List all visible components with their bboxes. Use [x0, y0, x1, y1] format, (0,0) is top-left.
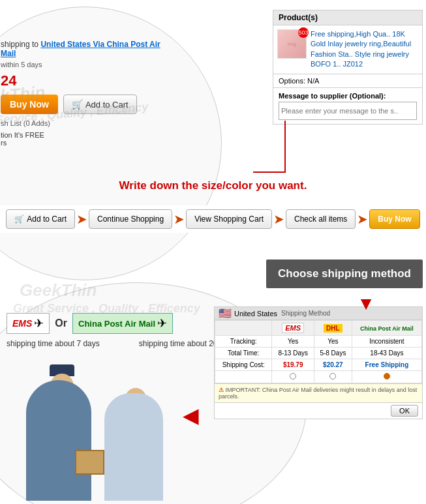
message-label: Message to supplier (Optional):	[279, 92, 417, 100]
radio-empty-cell	[215, 371, 272, 383]
connector-vertical	[284, 121, 286, 173]
shipping-grid: EMS DHL China Post Air Mail Tracking: Ye…	[215, 320, 422, 383]
row-radio	[215, 371, 422, 383]
options-value: N/A	[307, 77, 319, 85]
important-note: ⚠ IMPORTANT: China Post Air Mail deliver…	[215, 383, 422, 402]
step-add-to-cart[interactable]: 🛒 Add to Cart	[6, 209, 75, 229]
product-options: Options: N/A	[273, 74, 422, 88]
arrow-3: ➤	[273, 211, 284, 227]
ems-option-row: EMS ✈ Or China Post Air Mail ✈	[7, 313, 236, 334]
radio-cp-cell[interactable]	[352, 371, 421, 383]
china-post-plane-icon: ✈	[157, 316, 167, 331]
write-down-text: Write down the size/color you want.	[119, 179, 307, 192]
arrow-4: ➤	[357, 211, 368, 227]
china-post-text-table: China Post Air Mail	[360, 325, 414, 332]
ems-logo-table: EMS	[282, 323, 304, 333]
info-icon: ⚠	[219, 387, 224, 393]
product-card-header: Product(s)	[273, 10, 422, 25]
protection-line: tion It's FREE	[1, 131, 170, 139]
step-view-cart[interactable]: View Shopping Cart	[186, 209, 272, 229]
figure-body-right	[104, 393, 163, 501]
radio-dhl-cell[interactable]	[314, 371, 352, 383]
choose-shipping-box: Choose shipping method	[266, 259, 423, 288]
row-time: Total Time: 8-13 Days 5-8 Days 18-43 Day…	[215, 348, 422, 359]
action-buttons: Buy Now 🛒 Add to Cart	[1, 95, 170, 114]
message-input[interactable]	[279, 102, 417, 120]
col-empty	[215, 321, 272, 336]
product-thumbnail: 503 img	[277, 29, 307, 59]
delivery-person-area	[26, 377, 176, 501]
shipping-to-line: shipping to United States Via China Post…	[1, 40, 170, 58]
ems-time-text: shipping time about 7 days	[7, 339, 100, 348]
options-label: Options:	[279, 77, 305, 85]
ok-button[interactable]: OK	[391, 405, 418, 417]
col-china-post: China Post Air Mail	[352, 321, 421, 336]
connector-horizontal	[253, 171, 286, 173]
product-circle-content: shipping to United States Via China Post…	[1, 40, 170, 147]
figure-right-container	[104, 393, 166, 501]
radio-cp[interactable]	[384, 373, 390, 379]
col-dhl: DHL	[314, 321, 352, 336]
package-box	[75, 450, 104, 475]
radio-dhl[interactable]	[329, 373, 336, 379]
col-ems: EMS	[272, 321, 314, 336]
protection-sub: rs	[1, 139, 170, 147]
step-check-items[interactable]: Check all items	[286, 209, 356, 229]
cost-label-cell: Shipping Cost:	[215, 359, 272, 371]
ems-text-table: EMS	[285, 324, 301, 332]
ems-text: EMS	[12, 318, 32, 329]
arrow-1: ➤	[76, 211, 87, 227]
china-post-logo: China Post Air Mail ✈	[72, 313, 173, 334]
product-description: Free shipping,High Qua.. 18K Gold Inlay …	[311, 29, 418, 70]
cart-icon-sm: 🛒	[72, 99, 83, 110]
row-tracking: Tracking: Yes Yes Inconsistent	[215, 336, 422, 348]
step-continue-shopping[interactable]: Continue Shopping	[89, 209, 172, 229]
tracking-ems-cell: Yes	[272, 336, 314, 348]
buy-now-button[interactable]: Buy Now	[1, 95, 58, 114]
row-cost: Shipping Cost: $19.79 $20.27 Free Shippi…	[215, 359, 422, 371]
ok-btn-row: OK	[215, 402, 422, 419]
ems-plane-icon: ✈	[34, 316, 44, 331]
china-post-text: China Post Air Mail	[78, 319, 155, 329]
arrow-2: ➤	[174, 211, 185, 227]
message-section: Message to supplier (Optional):	[273, 88, 422, 124]
tracking-cp-cell: Inconsistent	[352, 336, 421, 348]
shipping-table-header: 🇺🇸 United States Shipping Method	[215, 307, 422, 320]
add-to-cart-button-sm[interactable]: 🛒 Add to Cart	[63, 95, 137, 114]
cost-cp-cell: Free Shipping	[352, 359, 421, 371]
cost-ems-cell: $19.79	[272, 359, 314, 371]
figure-left-container	[26, 380, 98, 501]
shipping-method-label: Shipping Method	[281, 310, 330, 317]
cost-dhl-cell: $20.27	[314, 359, 352, 371]
step-buy-now[interactable]: Buy Now	[369, 209, 419, 229]
price-display: 24	[1, 72, 170, 89]
time-ems-cell: 8-13 Days	[272, 348, 314, 359]
tracking-dhl-cell: Yes	[314, 336, 352, 348]
time-label-cell: Total Time:	[215, 348, 272, 359]
shipping-table-header-text: United States	[234, 310, 277, 318]
product-badge: 503	[298, 27, 309, 38]
wish-list-line: sh List (0 Adds)	[1, 119, 170, 127]
or-text: Or	[55, 318, 67, 329]
product-card-body: 503 img Free shipping,High Qua.. 18K Gol…	[273, 25, 422, 74]
add-to-cart-label-sm: Add to Cart	[85, 100, 129, 110]
ems-time-col: shipping time about 7 days	[7, 338, 100, 348]
product-circle: shipping to United States Via China Post…	[0, 7, 222, 280]
time-cp-cell: 18-43 Days	[352, 348, 421, 359]
us-flag-icon: 🇺🇸	[219, 309, 232, 318]
product-card: Product(s) 503 img Free shipping,High Qu…	[273, 10, 423, 125]
radio-ems[interactable]	[290, 373, 296, 379]
time-dhl-cell: 5-8 Days	[314, 348, 352, 359]
radio-ems-cell[interactable]	[272, 371, 314, 383]
ems-logo: EMS ✈	[7, 313, 50, 334]
price-value: 24	[1, 72, 16, 89]
important-note-text: IMPORTANT: China Post Air Mail deliverie…	[219, 387, 417, 400]
within-days: within 5 days	[1, 61, 170, 68]
arrow-left-big: ◀	[183, 403, 199, 428]
shipping-options-area: EMS ✈ Or China Post Air Mail ✈ shipping …	[7, 313, 236, 348]
tracking-label-cell: Tracking:	[215, 336, 272, 348]
shipping-times-row: shipping time about 7 days shipping time…	[7, 338, 236, 348]
step-add-to-cart-label: Add to Cart	[27, 215, 67, 224]
cart-icon: 🛒	[14, 215, 24, 224]
arrow-down-shipping: ▼	[357, 293, 375, 314]
